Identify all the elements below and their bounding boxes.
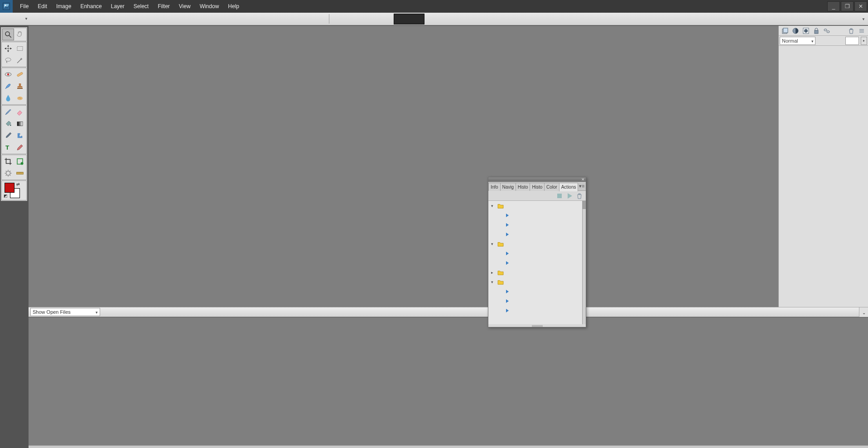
photo-bin-collapse-button[interactable]: ⌄: [859, 307, 868, 317]
foreground-color-swatch[interactable]: [5, 183, 14, 193]
options-bar: ▼ ▼: [0, 13, 868, 25]
options-tool-preset[interactable]: ▼: [0, 17, 32, 21]
move-tool[interactable]: [2, 43, 14, 54]
pencil-tool[interactable]: [14, 141, 26, 153]
disclosure-right-icon[interactable]: ▸: [491, 270, 496, 275]
link-layers-button[interactable]: [822, 27, 831, 35]
disclosure-down-icon[interactable]: ▾: [491, 204, 496, 208]
actions-panel[interactable]: ✕ Info Navig Histo Histo Color Actions ▾…: [488, 177, 586, 327]
options-menu-icon[interactable]: ▼: [862, 17, 865, 21]
opacity-flyout[interactable]: ▸: [861, 37, 867, 45]
tab-actions[interactable]: Actions: [559, 183, 578, 191]
menu-view[interactable]: View: [174, 0, 195, 13]
menu-image[interactable]: Image: [52, 0, 76, 13]
action-item[interactable]: [488, 210, 582, 220]
delete-layer-button[interactable]: [847, 27, 856, 35]
eraser-tool[interactable]: [14, 106, 26, 118]
zoom-tool[interactable]: [2, 29, 14, 40]
window-minimize-button[interactable]: _: [827, 1, 840, 11]
healing-tool[interactable]: [14, 68, 26, 80]
menu-file[interactable]: File: [15, 0, 33, 13]
recompose-tool[interactable]: [14, 156, 26, 167]
menu-layer[interactable]: Layer: [106, 0, 129, 13]
cookie-cutter-tool[interactable]: [2, 167, 14, 179]
scrollbar-thumb[interactable]: [583, 201, 586, 209]
window-close-button[interactable]: ✕: [854, 1, 867, 11]
disclosure-down-icon[interactable]: ▾: [491, 280, 496, 284]
blend-mode-select[interactable]: Normal: [780, 37, 815, 45]
text-tool[interactable]: T: [2, 141, 14, 153]
new-layer-button[interactable]: [781, 27, 790, 35]
shape-tool[interactable]: [14, 130, 26, 141]
tool-group-retouch: [1, 68, 27, 105]
action-item[interactable]: [488, 258, 582, 268]
hand-tool[interactable]: [14, 29, 26, 40]
eyedropper-tool[interactable]: [2, 130, 14, 141]
brush-tool[interactable]: [2, 106, 14, 118]
tab-navigator[interactable]: Navig: [500, 183, 516, 191]
tab-color[interactable]: Color: [544, 183, 559, 191]
menu-select[interactable]: Select: [129, 0, 153, 13]
action-folder[interactable]: ▸: [488, 268, 582, 277]
straighten-tool[interactable]: [14, 167, 26, 179]
actions-panel-titlebar[interactable]: ✕: [488, 177, 586, 182]
tab-histogram2[interactable]: Histo: [530, 183, 545, 191]
action-item[interactable]: [488, 306, 582, 315]
stop-action-button[interactable]: [556, 192, 563, 200]
action-item[interactable]: [488, 296, 582, 306]
actions-panel-close-button[interactable]: ✕: [580, 177, 586, 182]
action-item[interactable]: [488, 220, 582, 229]
marquee-tool[interactable]: [14, 43, 26, 54]
action-item[interactable]: [488, 248, 582, 258]
tab-histogram1[interactable]: Histo: [516, 183, 530, 191]
menu-filter[interactable]: Filter: [153, 0, 174, 13]
tab-info[interactable]: Info: [488, 183, 501, 191]
actions-scrollbar[interactable]: [582, 201, 586, 324]
sponge-tool[interactable]: [14, 92, 26, 104]
window-controls: _ ❐ ✕: [827, 0, 868, 13]
action-folder[interactable]: ▾: [488, 239, 582, 248]
magic-wand-tool[interactable]: [14, 54, 26, 66]
actions-tree[interactable]: ▾ ▾ ▸ ▾: [488, 201, 582, 324]
svg-rect-36: [827, 31, 829, 33]
menu-window[interactable]: Window: [195, 0, 224, 13]
crop-tool[interactable]: [2, 156, 14, 167]
menu-help[interactable]: Help: [223, 0, 244, 13]
marquee-icon: [16, 44, 24, 53]
layers-list[interactable]: [779, 46, 868, 317]
redeye-tool[interactable]: [2, 68, 14, 80]
brush-soft-tool[interactable]: [2, 80, 14, 92]
folder-icon: [497, 270, 504, 275]
svg-point-14: [17, 97, 23, 100]
action-folder[interactable]: ▾: [488, 201, 582, 210]
window-maximize-button[interactable]: ❐: [841, 1, 854, 11]
disclosure-down-icon[interactable]: ▾: [491, 242, 496, 246]
blur-tool[interactable]: [2, 92, 14, 104]
actions-panel-menu-button[interactable]: ▾≡: [578, 182, 586, 190]
options-swatch-box[interactable]: [394, 14, 424, 24]
photo-bin-select[interactable]: Show Open Files: [30, 308, 100, 316]
paint-bucket-tool[interactable]: [2, 118, 14, 130]
action-item[interactable]: [488, 287, 582, 296]
menu-edit[interactable]: Edit: [33, 0, 52, 13]
adjustment-layer-button[interactable]: [791, 27, 800, 35]
actions-panel-resize-handle[interactable]: [532, 325, 543, 327]
layer-mask-button[interactable]: [801, 27, 810, 35]
lasso-tool[interactable]: [2, 54, 14, 66]
swap-colors-icon[interactable]: ⇄: [16, 182, 20, 186]
default-colors-icon[interactable]: ◩: [4, 194, 8, 198]
opacity-input[interactable]: [845, 37, 859, 45]
action-item[interactable]: [488, 229, 582, 239]
play-action-button[interactable]: [566, 192, 573, 200]
clone-stamp-tool[interactable]: [14, 80, 26, 92]
options-separator: [329, 14, 329, 24]
lock-layer-button[interactable]: [812, 27, 821, 35]
layers-menu-button[interactable]: [857, 27, 866, 35]
action-play-icon: [506, 214, 509, 217]
action-folder[interactable]: ▾: [488, 277, 582, 287]
gradient-tool[interactable]: [14, 118, 26, 130]
delete-action-button[interactable]: [576, 192, 583, 200]
menu-enhance[interactable]: Enhance: [76, 0, 106, 13]
action-play-icon: [506, 290, 509, 293]
toolbox: T ⇄ ◩: [1, 27, 27, 201]
